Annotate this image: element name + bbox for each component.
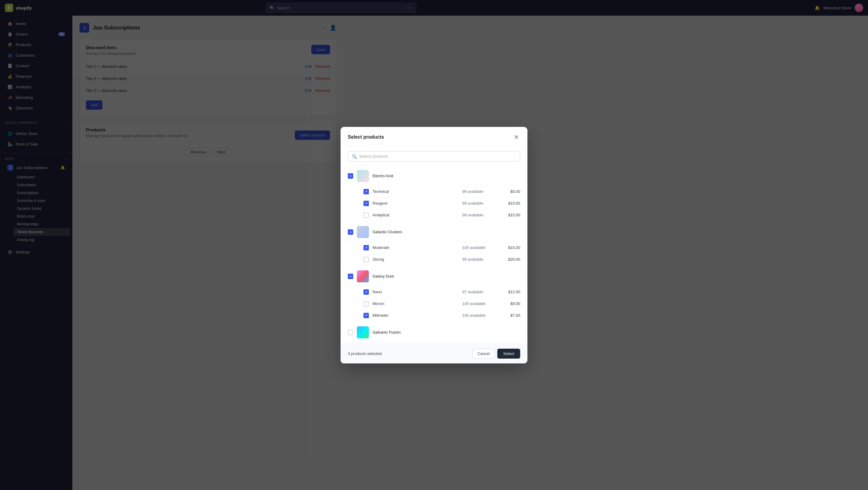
product-name-galaxy-dust: Galaxy Dust [373,274,520,278]
checkbox-electro-acid[interactable] [348,173,353,179]
variant-avail-moderate: 100 available [462,245,495,250]
footer-actions: Cancel Select [472,349,520,359]
checkbox-micron[interactable] [364,301,369,306]
variant-name-strong: Strong [373,257,459,262]
variant-avail-analytical: 99 available [462,213,495,217]
variant-row-technical: Technical 99 available $5.00 [348,186,520,198]
variant-avail-strong: 99 available [462,257,495,262]
variant-avail-technical: 99 available [462,189,495,194]
checkbox-reagent[interactable] [364,201,369,206]
variant-avail-reagent: 99 available [462,201,495,206]
variant-row-analytical: Analytical 99 available $15.00 [348,209,520,221]
modal-title: Select products [348,134,384,140]
thumb-galaxy-dust [357,270,369,282]
product-parent-galvanic-fusion: Galvanic Fusion [348,323,520,342]
variant-price-technical: $5.00 [499,189,520,194]
product-search-box[interactable]: 🔍 [348,151,520,161]
product-parent-galactic-clusters: Galactic Clusters [348,222,520,242]
selected-count: 3 products selected [348,351,382,356]
checkbox-galactic-clusters[interactable] [348,229,353,235]
product-group-electro-acid: Electro Acid Technical 99 available $5.0… [348,166,520,221]
variant-name-analytical: Analytical [373,213,459,217]
modal-body: Electro Acid Technical 99 available $5.0… [341,166,527,343]
variant-price-strong: $20.00 [499,257,520,262]
checkbox-galaxy-dust[interactable] [348,274,353,279]
variant-name-reagent: Reagent [373,201,459,206]
variant-avail-milimeter: 100 available [462,313,495,318]
cancel-button[interactable]: Cancel [472,349,495,359]
modal-overlay[interactable]: Select products ✕ 🔍 Electro Acid Technic… [0,0,868,490]
variant-name-micron: Micron [373,301,459,306]
variant-price-moderate: $15.00 [499,245,520,250]
checkbox-technical[interactable] [364,189,369,194]
variant-price-milimeter: $7.00 [499,313,520,318]
modal-footer: 3 products selected Cancel Select [341,343,527,363]
product-group-galvanic-fusion: Galvanic Fusion [348,323,520,342]
svg-rect-2 [357,270,369,282]
variant-row-reagent: Reagent 99 available $10.00 [348,198,520,209]
variant-price-reagent: $10.00 [499,201,520,206]
checkbox-galvanic-fusion[interactable] [348,330,353,335]
thumb-galactic-clusters [357,226,369,238]
variant-price-nano: $12.00 [499,289,520,294]
modal-close-button[interactable]: ✕ [513,133,520,141]
variant-row-nano: Nano 97 available $12.00 [348,286,520,298]
select-products-modal: Select products ✕ 🔍 Electro Acid Technic… [341,127,527,363]
modal-header: Select products ✕ [341,127,527,147]
variant-row-micron: Micron 100 available $9.00 [348,298,520,310]
modal-search-area: 🔍 [341,147,527,166]
svg-rect-3 [357,326,369,338]
variant-name-nano: Nano [373,289,459,294]
product-parent-electro-acid: Electro Acid [348,166,520,186]
svg-rect-1 [357,226,369,238]
variant-row-strong: Strong 99 available $20.00 [348,254,520,266]
thumb-electro-acid [357,170,369,182]
product-search-input[interactable] [359,154,516,158]
product-group-galaxy-dust: Galaxy Dust Nano 97 available $12.00 Mic… [348,267,520,321]
variant-avail-nano: 97 available [462,289,495,294]
variant-avail-micron: 100 available [462,301,495,306]
select-button[interactable]: Select [497,349,520,359]
search-icon: 🔍 [352,154,357,159]
product-parent-galaxy-dust: Galaxy Dust [348,267,520,286]
thumb-galvanic-fusion [357,326,369,338]
checkbox-strong[interactable] [364,257,369,262]
variant-name-milimeter: Milimeter [373,313,459,318]
product-name-galactic-clusters: Galactic Clusters [373,229,520,234]
variant-price-micron: $9.00 [499,301,520,306]
product-name-galvanic-fusion: Galvanic Fusion [373,330,520,335]
variant-name-technical: Technical [373,189,459,194]
checkbox-analytical[interactable] [364,212,369,218]
variant-name-moderate: Moderate [373,245,459,250]
svg-rect-0 [357,170,369,182]
variant-row-moderate: Moderate 100 available $15.00 [348,242,520,254]
product-name-electro-acid: Electro Acid [373,174,520,178]
product-group-galactic-clusters: Galactic Clusters Moderate 100 available… [348,222,520,266]
variant-row-milimeter: Milimeter 100 available $7.00 [348,310,520,321]
variant-price-analytical: $15.00 [499,213,520,217]
checkbox-moderate[interactable] [364,245,369,250]
checkbox-nano[interactable] [364,289,369,295]
checkbox-milimeter[interactable] [364,313,369,318]
